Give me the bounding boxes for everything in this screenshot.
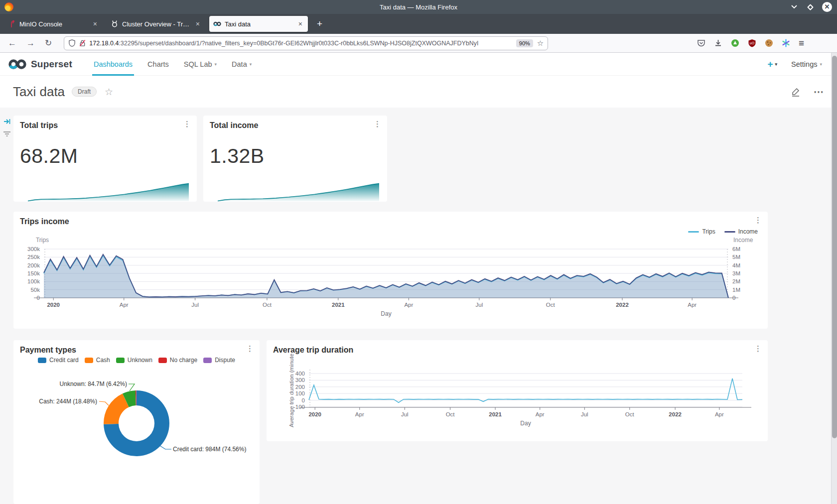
total-income-sparkline[interactable]	[217, 180, 380, 202]
trino-icon	[111, 20, 119, 28]
downloads-icon[interactable]	[714, 39, 722, 47]
window-maximize-button[interactable]	[806, 3, 814, 11]
cookie-icon[interactable]	[765, 39, 773, 47]
page-scrollbar[interactable]	[831, 53, 837, 504]
y-left-axis-title: Trips	[36, 237, 49, 244]
tab-title: Taxi data	[225, 20, 293, 28]
y-left-tick-label: 150k	[27, 270, 40, 276]
y-right-tick-label: 1M	[732, 287, 740, 293]
card-average-trip-duration: Average trip duration ⋮ 4003002001000-10…	[267, 340, 768, 441]
y-right-tick-label: 3M	[732, 270, 740, 276]
insecure-lock-icon[interactable]	[79, 39, 86, 47]
chart-title: Total trips	[20, 121, 58, 130]
chevron-down-icon: ▾	[775, 62, 778, 67]
y-right-axis-title: Income	[733, 237, 753, 244]
y-right-tick-label: 6M	[732, 246, 740, 252]
tracking-shield-icon[interactable]	[68, 39, 76, 47]
card-payment-types: Payment types ⋮ Credit cardCashUnknownNo…	[13, 340, 260, 504]
forward-button[interactable]: →	[21, 38, 40, 48]
tab-cluster-overview-trino[interactable]: Cluster Overview - Trino ×	[107, 16, 205, 32]
chart-title: Total income	[210, 121, 259, 130]
more-options-icon[interactable]: ⋯	[814, 86, 824, 98]
x-tick-label: 2022	[616, 302, 629, 308]
bookmark-star-icon[interactable]: ☆	[537, 39, 544, 48]
dashboard-header: Taxi data Draft ☆ ⋯	[0, 76, 837, 108]
sparkline-area	[28, 184, 189, 202]
y-right-tick-label: 5M	[732, 254, 740, 260]
x-tick-label: Oct	[625, 411, 635, 417]
x-tick-label: 2021	[332, 302, 345, 308]
x-tick-label: Jul	[581, 411, 588, 417]
nav-item-dashboards[interactable]: Dashboards	[86, 53, 140, 76]
url-path: :32295/superset/dashboard/1/?native_filt…	[119, 40, 478, 47]
kpi-value: 68.2M	[20, 144, 78, 168]
filter-funnel-icon[interactable]	[3, 129, 11, 137]
nav-item-sql-lab[interactable]: SQL Lab▾	[176, 53, 224, 76]
dashboard-body: Total trips ⋮ 68.2M Total income ⋮ 1.32B…	[0, 108, 837, 504]
expand-filter-bar-icon[interactable]	[3, 118, 11, 126]
back-button[interactable]: ←	[3, 38, 21, 48]
payment-types-donut[interactable]	[13, 340, 260, 504]
donut-leader-line	[129, 384, 135, 391]
y-right-tick-label: 4M	[732, 262, 740, 268]
card-trips-income: Trips income ⋮ TripsIncome 300k6M250k5M2…	[13, 212, 768, 329]
ublock-origin-icon[interactable]: uO	[748, 39, 756, 47]
tab-taxi-data[interactable]: Taxi data ×	[209, 16, 308, 32]
y-tick-label: 0	[302, 397, 305, 403]
nav-item-charts[interactable]: Charts	[140, 53, 176, 76]
x-tick-label: Oct	[546, 302, 556, 308]
window-title: Taxi data — Mozilla Firefox	[0, 3, 837, 11]
window-titlebar: Taxi data — Mozilla Firefox ✕	[0, 0, 837, 14]
tab-close-icon[interactable]: ×	[194, 20, 201, 28]
superset-infinity-icon	[8, 59, 27, 70]
kebab-menu-icon[interactable]: ⋮	[374, 120, 381, 128]
tab-close-icon[interactable]: ×	[92, 20, 99, 28]
window-minimize-button[interactable]	[790, 3, 798, 11]
new-tab-button[interactable]: +	[312, 18, 327, 29]
zoom-level-badge[interactable]: 90%	[516, 39, 533, 47]
donut-leader-line	[160, 446, 171, 449]
donut-label-unknown: Unknown: 84.7M (6.42%)	[41, 380, 127, 387]
kpi-value: 1.32B	[210, 144, 265, 168]
kebab-menu-icon[interactable]: ⋮	[183, 120, 191, 128]
superset-logo[interactable]: Superset	[8, 59, 72, 70]
tab-title: Cluster Overview - Trino	[122, 20, 191, 28]
nav-item-data[interactable]: Data▾	[224, 53, 259, 76]
x-tick-label: 2022	[669, 411, 682, 417]
menu-hamburger-icon[interactable]: ≡	[799, 38, 804, 49]
privacy-badger-icon[interactable]	[731, 39, 739, 47]
superset-tab-icon	[213, 20, 221, 28]
scrollbar-thumb[interactable]	[832, 56, 837, 438]
url-bar[interactable]: 172.18.0.4:32295/superset/dashboard/1/?n…	[64, 36, 548, 50]
chevron-down-icon: ▾	[215, 62, 217, 67]
average-trip-duration-chart[interactable]: 4003002001000-1002020AprJulOct2021AprJul…	[267, 340, 768, 441]
tab-strip: MinIO Console × Cluster Overview - Trino…	[0, 14, 837, 34]
x-tick-label: Apr	[715, 411, 724, 417]
browser-window: Taxi data — Mozilla Firefox ✕ MinIO Cons…	[0, 0, 837, 504]
y-left-tick-label: 100k	[27, 278, 40, 284]
window-close-button[interactable]: ✕	[822, 2, 832, 12]
total-trips-sparkline[interactable]	[27, 180, 189, 202]
settings-menu[interactable]: Settings▾	[791, 60, 822, 68]
containers-icon[interactable]	[782, 39, 790, 47]
reload-button[interactable]: ↻	[40, 38, 57, 48]
tab-close-icon[interactable]: ×	[297, 20, 304, 28]
y-left-tick-label: 300k	[27, 246, 40, 252]
brand-name: Superset	[31, 59, 72, 70]
url-text[interactable]: 172.18.0.4:32295/superset/dashboard/1/?n…	[89, 40, 516, 47]
trips-income-chart[interactable]: 300k6M250k5M200k4M150k3M100k2M50k1M00Tri…	[13, 212, 768, 329]
y-tick-label: 300	[295, 377, 305, 383]
minio-icon	[8, 20, 16, 28]
sparkline-area	[218, 184, 379, 202]
svg-text:uO: uO	[750, 41, 755, 45]
edit-pencil-icon[interactable]	[791, 87, 801, 97]
x-tick-label: Apr	[355, 411, 364, 417]
chevron-down-icon: ▾	[250, 62, 252, 67]
favorite-star-icon[interactable]: ☆	[105, 86, 113, 98]
x-tick-label: Jul	[476, 302, 483, 308]
superset-navbar: Superset Dashboards Charts SQL Lab▾ Data…	[0, 53, 837, 76]
pocket-icon[interactable]	[697, 39, 705, 47]
tab-minio-console[interactable]: MinIO Console ×	[4, 16, 103, 32]
x-tick-label: Jul	[191, 302, 199, 308]
new-item-button[interactable]: +▾	[767, 59, 777, 70]
